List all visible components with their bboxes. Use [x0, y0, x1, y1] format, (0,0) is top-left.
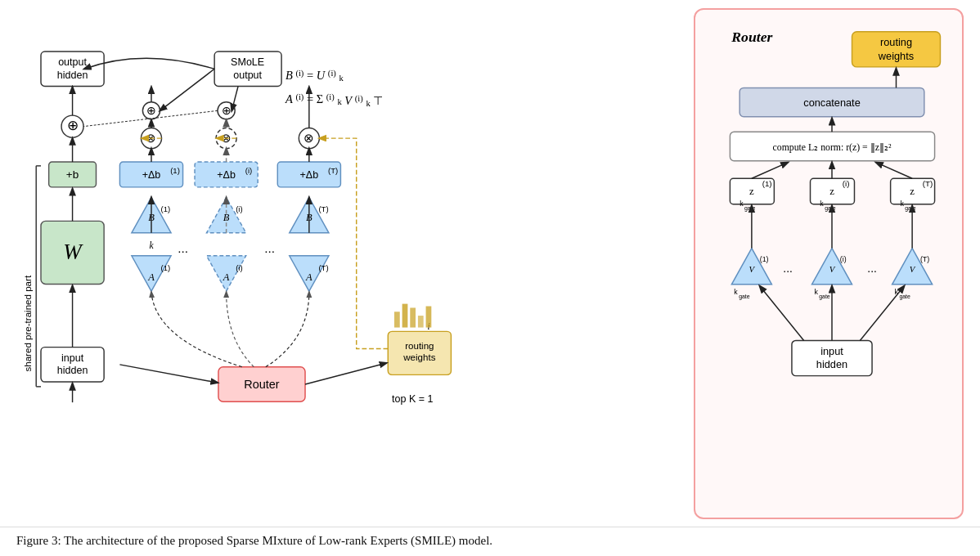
- svg-text:hidden: hidden: [816, 358, 847, 370]
- svg-text:z: z: [910, 186, 915, 197]
- svg-text:input: input: [61, 352, 84, 364]
- svg-text:gate: gate: [905, 205, 916, 212]
- svg-text:...: ...: [867, 262, 876, 275]
- svg-text:gate: gate: [739, 294, 750, 300]
- svg-text:output: output: [58, 56, 87, 68]
- svg-text:k: k: [739, 200, 744, 208]
- svg-text:input: input: [820, 345, 843, 357]
- svg-line-72: [232, 86, 238, 110]
- svg-text:(1): (1): [760, 255, 769, 263]
- caption-text: Figure 3: The architecture of the propos…: [16, 534, 492, 547]
- svg-line-71: [160, 69, 215, 110]
- svg-text:top K = 1: top K = 1: [392, 393, 433, 405]
- svg-text:⊕: ⊕: [222, 104, 232, 117]
- svg-text:(i): (i): [840, 255, 847, 263]
- svg-text:A: A: [223, 271, 230, 283]
- svg-text:compute L₂ norm: r(z) = ‖z‖₂²: compute L₂ norm: r(z) = ‖z‖₂²: [773, 142, 892, 153]
- svg-text:⊗: ⊗: [303, 131, 314, 145]
- svg-text:k: k: [820, 200, 824, 208]
- svg-text:weights: weights: [878, 50, 914, 62]
- svg-rect-78: [394, 312, 400, 327]
- svg-line-146: [760, 286, 804, 341]
- svg-text:B
          (i)
           = 
: B (i) = U (i) k: [285, 65, 344, 83]
- svg-text:⊕: ⊕: [146, 104, 156, 117]
- svg-text:output: output: [233, 70, 262, 81]
- svg-text:(T): (T): [318, 204, 328, 213]
- svg-line-122: [876, 163, 912, 179]
- svg-text:...: ...: [264, 241, 275, 255]
- svg-line-87: [119, 365, 218, 383]
- svg-text:A: A: [305, 271, 312, 283]
- svg-text:weights: weights: [402, 352, 435, 362]
- svg-text:+Δb: +Δb: [217, 169, 236, 181]
- svg-text:(i): (i): [843, 179, 850, 188]
- svg-line-120: [752, 163, 788, 179]
- svg-text:(T): (T): [328, 166, 338, 175]
- main-container: B (i) = U (i) k A (i) = Σ (i) k V (i): [0, 0, 980, 556]
- svg-text:...: ...: [178, 241, 188, 255]
- svg-text:gate: gate: [744, 205, 756, 212]
- svg-rect-82: [426, 307, 432, 328]
- svg-text:(T): (T): [923, 179, 933, 188]
- svg-text:(1): (1): [161, 204, 171, 213]
- svg-text:gate: gate: [899, 294, 910, 300]
- svg-text:(1): (1): [762, 179, 772, 188]
- svg-text:+b: +b: [66, 168, 79, 181]
- svg-text:Router: Router: [244, 378, 280, 391]
- svg-text:routing: routing: [880, 36, 912, 48]
- svg-text:(T): (T): [318, 263, 328, 272]
- svg-text:routing: routing: [405, 341, 434, 351]
- svg-text:hidden: hidden: [57, 365, 88, 376]
- svg-text:+Δb: +Δb: [142, 169, 161, 181]
- svg-text:(1): (1): [170, 166, 180, 175]
- svg-line-88: [305, 363, 386, 384]
- svg-text:A: A: [147, 271, 155, 283]
- left-diagram: B (i) = U (i) k A (i) = Σ (i) k V (i): [16, 8, 677, 519]
- svg-text:hidden: hidden: [57, 70, 88, 81]
- svg-text:A
          (i)
           = Σ: A (i) = Σ (i) k V (i) k ⊤: [285, 89, 383, 109]
- right-diagram: Router routing weights concatenate compu…: [694, 8, 964, 519]
- svg-rect-79: [402, 304, 408, 328]
- svg-text:concatenate: concatenate: [803, 96, 860, 109]
- svg-text:(i): (i): [236, 263, 243, 272]
- left-svg: B (i) = U (i) k A (i) = Σ (i) k V (i): [16, 8, 507, 450]
- svg-text:k: k: [734, 288, 738, 296]
- svg-text:(i): (i): [245, 166, 253, 175]
- svg-text:W: W: [63, 240, 83, 264]
- svg-text:k: k: [900, 200, 904, 208]
- svg-text:k: k: [149, 240, 154, 251]
- svg-text:SMoLE: SMoLE: [231, 56, 264, 68]
- right-svg: Router routing weights concatenate compu…: [705, 20, 959, 445]
- svg-rect-80: [410, 307, 416, 327]
- svg-text:gate: gate: [819, 294, 830, 300]
- svg-text:Router: Router: [731, 29, 772, 45]
- svg-line-148: [860, 286, 904, 341]
- svg-text:shared pre-trained part: shared pre-trained part: [23, 275, 33, 371]
- svg-text:z: z: [749, 186, 754, 197]
- svg-text:k: k: [814, 288, 818, 296]
- figure-caption: Figure 3: The architecture of the propos…: [0, 527, 980, 556]
- diagram-area: B (i) = U (i) k A (i) = Σ (i) k V (i): [0, 0, 980, 523]
- svg-text:(T): (T): [920, 255, 929, 263]
- svg-text:+Δb: +Δb: [300, 169, 319, 181]
- svg-text:...: ...: [783, 262, 792, 275]
- svg-text:(1): (1): [161, 263, 171, 272]
- svg-text:z: z: [829, 186, 834, 197]
- svg-rect-81: [418, 316, 424, 327]
- svg-text:⊕: ⊕: [67, 117, 79, 133]
- svg-text:gate: gate: [825, 205, 836, 212]
- svg-text:(i): (i): [236, 204, 243, 213]
